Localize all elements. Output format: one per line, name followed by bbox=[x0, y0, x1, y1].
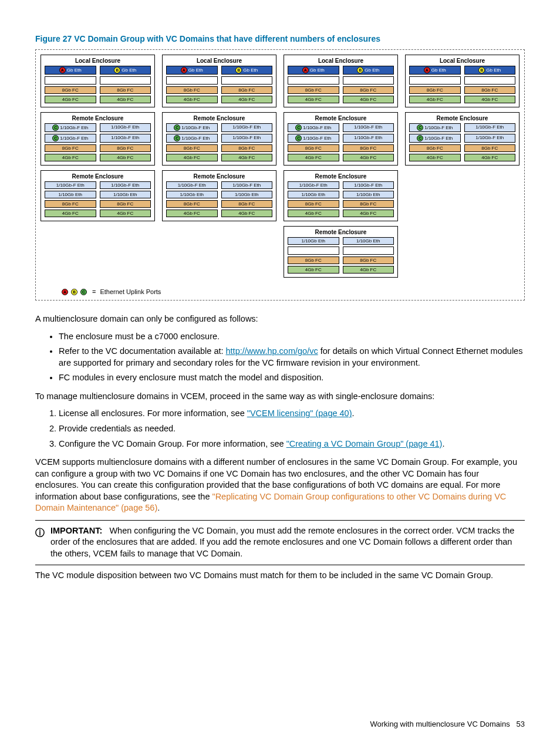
remote-enclosure: Remote Enclosure C1/10Gb-F Eth1/10Gb-F E… bbox=[41, 112, 155, 166]
remote-enclosure: Remote Enclosure 1/10Gb-F Eth1/10Gb-F Et… bbox=[284, 170, 398, 221]
vc-domain-col-3: Local Enclosure AGb EthBGb Eth 8Gb FC8Gb… bbox=[284, 55, 398, 278]
intro-text: A multienclosure domain can only be conf… bbox=[35, 313, 525, 325]
remote-enclosure: Remote Enclosure C1/10Gb-F Eth1/10Gb-F E… bbox=[405, 112, 519, 166]
figure-caption: Figure 27 VC Domain Group with VC Domain… bbox=[35, 34, 525, 43]
list-item: FC modules in every enclosure must match… bbox=[59, 372, 525, 384]
vc-domain-col-4: Local Enclosure AGb EthBGb Eth 8Gb FC8Gb… bbox=[405, 55, 519, 278]
local-enclosure: Local Enclosure AGb EthBGb Eth 8Gb FC8Gb… bbox=[162, 55, 276, 107]
vcem-licensing-link[interactable]: "VCEM licensing" (page 40) bbox=[247, 409, 352, 418]
vc-domain-col-2: Local Enclosure AGb EthBGb Eth 8Gb FC8Gb… bbox=[162, 55, 276, 278]
list-item: Refer to the VC documentation available … bbox=[59, 346, 525, 369]
important-note: ⓘ IMPORTANT: When configuring the VC Dom… bbox=[35, 525, 525, 560]
local-enclosure: Local Enclosure AGb EthBGb Eth 8Gb FC8Gb… bbox=[41, 55, 155, 107]
important-label: IMPORTANT: bbox=[50, 526, 102, 535]
divider bbox=[35, 520, 525, 521]
legend-dot-c-icon: C bbox=[80, 289, 87, 295]
important-icon: ⓘ bbox=[35, 526, 45, 539]
remote-enclosure: Remote Enclosure C1/10Gb-F Eth1/10Gb-F E… bbox=[284, 112, 398, 166]
config-bullets: The enclosure must be a c7000 enclosure.… bbox=[35, 331, 525, 384]
page-footer: Working with multienclosure VC Domains 5… bbox=[370, 720, 525, 728]
list-item: The enclosure must be a c7000 enclosure. bbox=[59, 331, 525, 343]
legend-dot-a-icon: A bbox=[62, 289, 68, 295]
list-item: License all enclosures. For more informa… bbox=[59, 408, 525, 420]
remote-enclosure: Remote Enclosure C1/10Gb-F Eth1/10Gb-F E… bbox=[162, 112, 276, 166]
creating-vcdg-link[interactable]: "Creating a VC Domain Group" (page 41) bbox=[286, 439, 443, 448]
remote-enclosure: Remote Enclosure 1/10Gb Eth1/10Gb Eth 8G… bbox=[284, 226, 398, 278]
local-enclosure: Local Enclosure AGb EthBGb Eth 8Gb FC8Gb… bbox=[284, 55, 398, 107]
manage-steps: License all enclosures. For more informa… bbox=[35, 408, 525, 450]
legend-dot-b-icon: B bbox=[71, 289, 77, 295]
remote-enclosure: Remote Enclosure 1/10Gb-F Eth1/10Gb-F Et… bbox=[41, 170, 155, 221]
divider bbox=[35, 565, 525, 565]
list-item: Configure the VC Domain Group. For more … bbox=[59, 438, 525, 450]
remote-enclosure: Remote Enclosure 1/10Gb-F Eth1/10Gb-F Et… bbox=[162, 170, 276, 221]
vc-doc-link[interactable]: http://www.hp.com/go/vc bbox=[226, 346, 318, 356]
local-enclosure: Local Enclosure AGb EthBGb Eth 8Gb FC8Gb… bbox=[405, 55, 519, 107]
figure-diagram: Local Enclosure AGb EthBGb Eth 8Gb FC8Gb… bbox=[35, 49, 525, 301]
vc-domain-col-1: Local Enclosure AGb EthBGb Eth 8Gb FC8Gb… bbox=[41, 55, 155, 278]
manage-text: To manage multienclosure domains in VCEM… bbox=[35, 391, 525, 403]
disposition-text: The VC module disposition between two VC… bbox=[35, 570, 525, 582]
important-body: When configuring the VC Domain, you must… bbox=[50, 526, 514, 558]
list-item: Provide credentials as needed. bbox=[59, 423, 525, 435]
support-text: VCEM supports multienclosure domains wit… bbox=[35, 457, 525, 514]
figure-legend: A B C = Ethernet Uplink Ports bbox=[41, 288, 519, 295]
